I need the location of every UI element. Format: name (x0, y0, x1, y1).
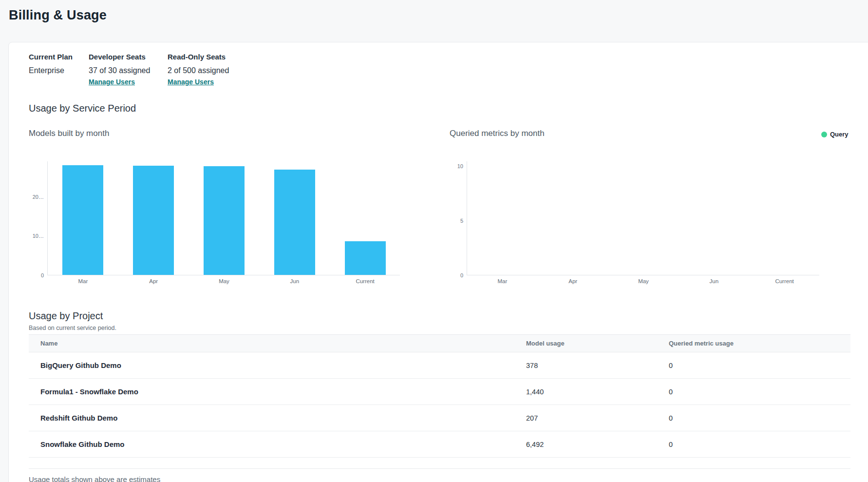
queried-metric-usage-cell: 0 (669, 362, 850, 369)
table-row: BigQuery Github Demo3780 (29, 352, 850, 379)
x-axis-tick-label: Jun (692, 278, 736, 284)
query-legend-label: Query (830, 131, 849, 138)
usage-by-service-period-title: Usage by Service Period (29, 103, 136, 114)
current-plan-label: Current Plan (29, 53, 89, 61)
model-usage-cell: 1,440 (526, 388, 669, 396)
y-axis-tick-label: 0 (444, 272, 463, 278)
column-header-queried-metric-usage: Queried metric usage (669, 340, 850, 347)
project-name-cell: Formula1 - Snowflake Demo (29, 387, 526, 396)
billing-card: Current Plan Enterprise Developer Seats … (8, 42, 868, 482)
column-header-model-usage: Model usage (526, 340, 669, 347)
table-end-divider (29, 468, 850, 469)
x-axis-tick-label: Jun (273, 278, 317, 284)
manage-developer-users-link[interactable]: Manage Users (89, 78, 168, 86)
usage-estimate-note: Usage totals shown above are estimates (29, 475, 160, 482)
queried-metrics-chart: 0510MarAprMayJunCurrent (467, 161, 819, 275)
readonly-seats-label: Read-Only Seats (168, 53, 229, 61)
x-axis-tick-label: Current (343, 278, 387, 284)
page-title: Billing & Usage (9, 8, 107, 23)
x-axis-tick-label: Mar (61, 278, 105, 284)
model-usage-cell: 207 (526, 414, 669, 422)
queried-metric-usage-cell: 0 (669, 414, 850, 422)
y-axis-tick-label: 10… (24, 233, 44, 239)
readonly-seats-column: Read-Only Seats 2 of 500 assigned Manage… (168, 53, 229, 86)
bar-apr (133, 166, 174, 275)
developer-seats-label: Developer Seats (89, 53, 168, 61)
bar-jun (274, 170, 315, 275)
plan-summary: Current Plan Enterprise Developer Seats … (29, 53, 229, 86)
table-row: Formula1 - Snowflake Demo1,4400 (29, 379, 850, 405)
table-row: Redshift Github Demo2070 (29, 405, 850, 431)
manage-readonly-users-link[interactable]: Manage Users (168, 78, 229, 86)
project-usage-table: Name Model usage Queried metric usage Bi… (29, 334, 850, 458)
y-axis-tick-label: 0 (24, 272, 44, 278)
column-header-name: Name (29, 340, 526, 347)
model-usage-cell: 6,492 (526, 441, 669, 448)
x-axis-tick-label: Mar (480, 278, 524, 284)
project-name-cell: Redshift Github Demo (29, 414, 526, 422)
models-built-chart: 010…20…MarAprMayJunCurrent (47, 161, 400, 275)
usage-by-project-subtitle: Based on current service period. (29, 325, 116, 331)
model-usage-cell: 378 (526, 362, 669, 369)
queried-metric-usage-cell: 0 (669, 441, 850, 448)
current-plan-value: Enterprise (29, 66, 89, 75)
queried-metric-usage-cell: 0 (669, 388, 850, 396)
project-name-cell: Snowflake Github Demo (29, 440, 526, 448)
table-row: Snowflake Github Demo6,4920 (29, 431, 850, 458)
table-body: BigQuery Github Demo3780Formula1 - Snowf… (29, 352, 850, 458)
x-axis-tick-label: May (202, 278, 246, 284)
table-header-row: Name Model usage Queried metric usage (29, 334, 850, 352)
usage-by-project-title: Usage by Project (29, 310, 103, 322)
y-axis-tick-label: 5 (444, 218, 463, 224)
bar-current (345, 241, 386, 275)
x-axis-tick-label: May (622, 278, 665, 284)
developer-seats-value: 37 of 30 assigned (89, 66, 168, 75)
y-axis-tick-label: 10 (444, 163, 463, 169)
x-axis-tick-label: Apr (132, 278, 175, 284)
developer-seats-column: Developer Seats 37 of 30 assigned Manage… (89, 53, 168, 86)
x-axis-tick-label: Current (763, 278, 807, 284)
project-name-cell: BigQuery Github Demo (29, 361, 526, 369)
readonly-seats-value: 2 of 500 assigned (168, 66, 229, 75)
models-chart-title: Models built by month (29, 129, 109, 138)
y-axis-tick-label: 20… (24, 194, 44, 200)
query-legend-dot (821, 132, 827, 137)
x-axis-tick-label: Apr (551, 278, 595, 284)
current-plan-column: Current Plan Enterprise (29, 53, 89, 86)
bar-mar (62, 165, 103, 275)
query-legend: Query (821, 131, 849, 138)
metrics-chart-title: Queried metrics by month (450, 129, 545, 138)
bar-may (204, 166, 245, 275)
